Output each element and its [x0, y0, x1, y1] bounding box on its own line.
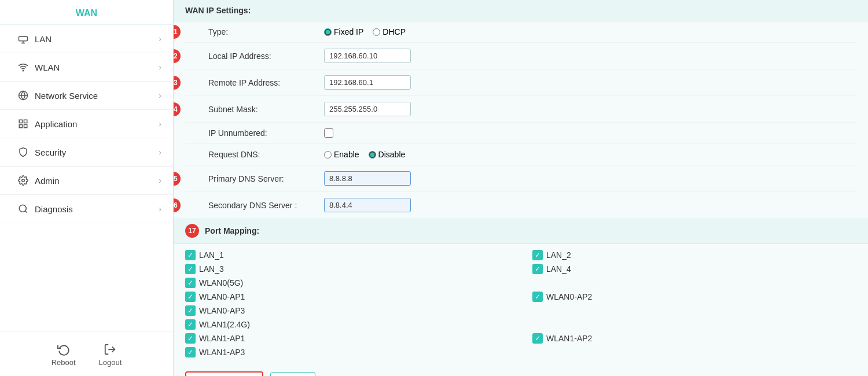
sidebar-item-wlan[interactable]: WLAN ›	[0, 53, 173, 82]
primary-dns-row: 15 Primary DNS Server:	[185, 165, 856, 192]
chevron-right-icon: ›	[159, 176, 161, 185]
dns-enable-radio[interactable]: Enable	[324, 150, 359, 159]
sidebar-item-admin[interactable]: Admin ›	[0, 167, 173, 195]
port-check-wlan1-ap2-icon: ✓	[532, 333, 543, 344]
type-value: Fixed IP DHCP	[324, 27, 856, 36]
network-service-icon	[17, 90, 29, 101]
sidebar-item-wlan-label: WLAN	[35, 62, 60, 72]
application-icon	[17, 118, 29, 130]
primary-dns-input[interactable]	[324, 171, 411, 186]
ip-unnumbered-label: IP Unnumbered:	[208, 128, 324, 138]
request-dns-value: Enable Disable	[324, 150, 856, 159]
svg-rect-0	[19, 36, 28, 41]
sidebar-wan-title: WAN	[0, 0, 173, 25]
remote-ip-row: 13 Remote IP Address:	[185, 69, 856, 96]
svg-line-12	[25, 211, 27, 212]
main-content: WAN IP Settings: 11 Type: Fixed IP DHCP …	[174, 0, 868, 376]
secondary-dns-row: 16 Secondary DNS Server :	[185, 192, 856, 218]
logout-button[interactable]: Logout	[99, 343, 122, 367]
local-ip-value	[324, 49, 856, 63]
sidebar-item-diagnosis-label: Diagnosis	[35, 204, 73, 214]
step-11-badge: 11	[174, 25, 181, 39]
local-ip-input[interactable]	[324, 49, 411, 63]
reboot-button[interactable]: Reboot	[52, 343, 76, 367]
secondary-dns-value	[324, 198, 856, 212]
request-dns-row: Request DNS: Enable Disable	[185, 144, 856, 165]
port-item-lan2: ✓ LAN_2	[532, 250, 856, 260]
reboot-label: Reboot	[52, 358, 76, 367]
svg-point-11	[19, 205, 26, 212]
port-check-wlan1-ap1-icon: ✓	[185, 333, 196, 344]
local-ip-label: Local IP Address:	[208, 51, 324, 61]
ip-unnumbered-value	[324, 128, 856, 138]
port-item-lan1: ✓ LAN_1	[185, 250, 509, 260]
wlan-icon	[17, 61, 29, 73]
sidebar-bottom: Reboot Logout	[0, 331, 173, 376]
primary-dns-label: Primary DNS Server:	[208, 174, 324, 183]
wan-ip-settings-header: WAN IP Settings:	[174, 0, 868, 21]
reboot-icon	[57, 343, 70, 356]
port-check-wlan0-ap3-icon: ✓	[185, 305, 196, 316]
sidebar-item-security[interactable]: Security ›	[0, 138, 173, 167]
port-check-lan4-icon: ✓	[532, 264, 543, 274]
port-check-wlan0-ap1-icon: ✓	[185, 292, 196, 302]
secondary-dns-label: Secondary DNS Server :	[208, 201, 324, 210]
dhcp-radio[interactable]: DHCP	[373, 27, 406, 36]
port-check-wlan0-5g-icon: ✓	[185, 278, 196, 288]
sidebar-item-application[interactable]: Application ›	[0, 110, 173, 138]
sidebar-item-network-service-label: Network Service	[35, 91, 98, 101]
subnet-mask-row: 14 Subnet Mask:	[185, 96, 856, 123]
sidebar-item-security-label: Security	[35, 148, 66, 157]
svg-rect-7	[24, 120, 27, 123]
lan-icon	[17, 33, 29, 45]
type-row: 11 Type: Fixed IP DHCP	[185, 21, 856, 43]
port-item-wlan0-5g: ✓ WLAN0(5G)	[185, 278, 509, 288]
port-check-wlan1-24g-icon: ✓	[185, 319, 196, 330]
port-check-wlan1-ap3-icon: ✓	[185, 347, 196, 357]
port-check-lan1-icon: ✓	[185, 250, 196, 260]
svg-point-10	[22, 179, 25, 182]
port-mapping-header: 17 Port Mapping:	[174, 218, 868, 244]
port-item-wlan1-24g: ✓ WLAN1(2.4G)	[185, 319, 509, 330]
step-12-badge: 12	[174, 49, 181, 63]
step-17-badge: 17	[185, 224, 199, 238]
primary-dns-value	[324, 171, 856, 186]
port-check-wlan0-ap2-icon: ✓	[532, 292, 543, 302]
svg-point-3	[23, 70, 24, 71]
chevron-right-icon: ›	[159, 119, 161, 128]
subnet-mask-input[interactable]	[324, 102, 411, 116]
local-ip-row: 12 Local IP Address:	[185, 43, 856, 69]
step-16-badge: 16	[174, 198, 181, 212]
sidebar-item-network-service[interactable]: Network Service ›	[0, 82, 173, 110]
svg-rect-9	[24, 125, 27, 128]
ip-unnumbered-row: IP Unnumbered:	[185, 123, 856, 144]
chevron-right-icon: ›	[159, 91, 161, 100]
apply-changes-button[interactable]: Apply Changes	[185, 371, 263, 376]
step-14-badge: 14	[174, 102, 181, 116]
request-dns-label: Request DNS:	[208, 150, 324, 159]
delete-button[interactable]: Delete	[270, 372, 315, 376]
sidebar-item-diagnosis[interactable]: Diagnosis ›	[0, 195, 173, 223]
remote-ip-input[interactable]	[324, 75, 411, 90]
port-check-lan3-icon: ✓	[185, 264, 196, 274]
chevron-right-icon: ›	[159, 34, 161, 43]
port-item-wlan1-ap3: ✓ WLAN1-AP3	[185, 347, 509, 357]
ip-unnumbered-checkbox[interactable]	[324, 128, 333, 138]
sidebar-item-admin-label: Admin	[35, 176, 60, 186]
sidebar-item-lan[interactable]: LAN ›	[0, 25, 173, 53]
port-item-wlan0-ap3: ✓ WLAN0-AP3	[185, 305, 509, 316]
secondary-dns-input[interactable]	[324, 198, 411, 212]
port-mapping-grid: ✓ LAN_1 ✓ LAN_2 ✓ LAN_3 ✓ LAN_4 ✓ WLAN0(…	[174, 244, 868, 363]
port-item-lan4: ✓ LAN_4	[532, 264, 856, 274]
svg-rect-8	[19, 125, 22, 128]
subnet-mask-label: Subnet Mask:	[208, 105, 324, 114]
remote-ip-label: Remote IP Address:	[208, 78, 324, 87]
dns-disable-radio[interactable]: Disable	[369, 150, 406, 159]
fixed-ip-radio[interactable]: Fixed IP	[324, 27, 363, 36]
svg-rect-6	[19, 120, 22, 123]
port-item-lan3: ✓ LAN_3	[185, 264, 509, 274]
port-item-wlan1-ap1: ✓ WLAN1-AP1	[185, 333, 509, 344]
diagnosis-icon	[17, 203, 29, 215]
sidebar-item-application-label: Application	[35, 119, 77, 129]
sidebar: WAN LAN › WLAN › Network Service ›	[0, 0, 174, 376]
